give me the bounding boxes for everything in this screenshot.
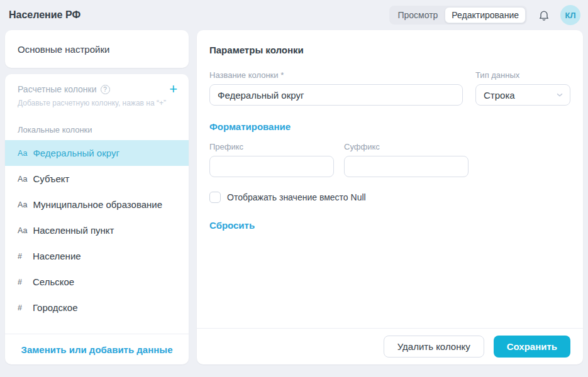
- column-label: Сельское: [33, 276, 74, 287]
- suffix-field-group: Суффикс: [344, 142, 469, 177]
- data-type-label: Тип данных: [475, 70, 570, 80]
- column-label: Муниципальное образование: [33, 199, 162, 210]
- column-name-input[interactable]: [209, 84, 463, 106]
- column-type-icon: #: [18, 278, 27, 287]
- calculated-columns-header: Расчетные колонки ? + Добавьте расчетную…: [5, 74, 189, 107]
- panel-title: Параметры колонки: [197, 30, 583, 55]
- column-type-icon: #: [18, 252, 27, 261]
- suffix-label: Суффикс: [344, 142, 469, 151]
- column-label: Населенный пункт: [33, 225, 114, 236]
- column-type-icon: Аа: [18, 175, 27, 183]
- list-item[interactable]: # Сельское: [5, 269, 189, 295]
- calculated-columns-title: Расчетные колонки: [18, 84, 97, 94]
- list-item[interactable]: # Население: [5, 243, 189, 269]
- columns-list: Аа Федеральный округ Аа Субъект Аа Муниц…: [5, 140, 189, 320]
- column-type-icon: Аа: [18, 200, 27, 209]
- replace-data-link[interactable]: Заменить или добавить данные: [21, 344, 173, 355]
- data-type-select[interactable]: Строка: [475, 84, 570, 106]
- save-button[interactable]: Сохранить: [494, 336, 570, 358]
- columns-card: Расчетные колонки ? + Добавьте расчетную…: [5, 74, 189, 364]
- delete-column-button[interactable]: Удалить колонку: [384, 336, 484, 358]
- column-name-label: Название колонки *: [209, 70, 463, 80]
- prefix-field-group: Префикс: [209, 142, 334, 177]
- column-label: Население: [33, 251, 81, 261]
- help-icon[interactable]: ?: [101, 85, 110, 94]
- content-area: Основные настройки Расчетные колонки ? +…: [0, 30, 588, 364]
- column-type-icon: Аа: [18, 149, 27, 158]
- calculated-columns-hint: Добавьте расчетную колонку, нажав на “+”: [18, 99, 179, 107]
- column-label: Федеральный округ: [33, 148, 119, 158]
- prefix-input[interactable]: [209, 156, 334, 177]
- sidebar-item-main-settings[interactable]: Основные настройки: [5, 30, 189, 68]
- chevron-down-icon: [555, 90, 564, 99]
- null-value-checkbox-row[interactable]: Отображать значение вместо Null: [209, 192, 570, 203]
- list-item[interactable]: # Городское: [5, 295, 189, 320]
- column-type-icon: Аа: [18, 226, 27, 235]
- column-name-field-group: Название колонки *: [209, 70, 463, 106]
- notifications-bell-icon[interactable]: [537, 8, 551, 22]
- top-bar: Население РФ Просмотр Редактирование КЛ: [0, 0, 588, 30]
- list-item[interactable]: Аа Населенный пункт: [5, 217, 189, 243]
- sidebar: Основные настройки Расчетные колонки ? +…: [5, 30, 189, 364]
- null-value-checkbox[interactable]: [209, 192, 221, 203]
- reset-link[interactable]: Сбросить: [209, 220, 570, 231]
- column-label: Городское: [33, 302, 77, 313]
- mode-edit-button[interactable]: Редактирование: [445, 7, 526, 23]
- prefix-label: Префикс: [209, 142, 334, 151]
- user-avatar[interactable]: КЛ: [560, 5, 580, 25]
- column-settings-panel: Параметры колонки Название колонки * Тип…: [197, 30, 583, 364]
- list-item[interactable]: Аа Муниципальное образование: [5, 192, 189, 217]
- panel-footer: Удалить колонку Сохранить: [197, 328, 583, 364]
- page-title: Население РФ: [9, 9, 80, 21]
- list-item[interactable]: Аа Субъект: [5, 166, 189, 192]
- local-columns-label: Локальные колонки: [5, 107, 189, 140]
- column-form: Название колонки * Тип данных Строка: [197, 55, 583, 328]
- mode-view-button[interactable]: Просмотр: [391, 7, 445, 23]
- column-label: Субъект: [33, 173, 69, 184]
- column-type-icon: #: [18, 303, 27, 312]
- list-item[interactable]: Аа Федеральный округ: [5, 140, 189, 166]
- formatting-link[interactable]: Форматирование: [209, 121, 570, 132]
- suffix-input[interactable]: [344, 156, 469, 177]
- sidebar-footer: Заменить или добавить данные: [5, 334, 189, 364]
- add-column-button[interactable]: +: [168, 82, 179, 96]
- data-type-value: Строка: [484, 90, 515, 101]
- mode-toggle: Просмотр Редактирование: [389, 6, 527, 25]
- null-value-checkbox-label: Отображать значение вместо Null: [227, 192, 366, 202]
- data-type-field-group: Тип данных Строка: [475, 70, 570, 106]
- main-settings-label: Основные настройки: [18, 44, 109, 55]
